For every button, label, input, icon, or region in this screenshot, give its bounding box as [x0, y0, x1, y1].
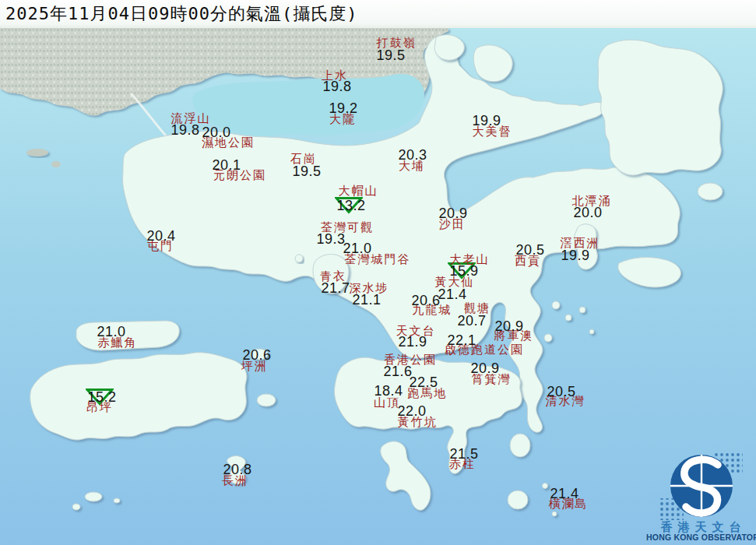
station-temperature-value: 21.4	[550, 486, 578, 502]
station-temperature-value: 13.2	[336, 198, 365, 214]
station-temperature-value: 19.8	[322, 79, 351, 95]
station-temperature-value: 20.4	[146, 228, 175, 244]
station-temperature-value: 20.1	[212, 157, 241, 174]
station-temperature-value: 20.9	[494, 318, 523, 335]
station-temperature-value: 20.6	[411, 293, 440, 309]
station-temperature-value: 21.1	[352, 292, 381, 308]
station-temperature-value: 20.5	[515, 242, 544, 258]
station-temperature-value: 18.4	[374, 383, 403, 399]
station-temperature-value: 19.5	[292, 164, 321, 180]
station-temperature-value: 21.7	[321, 280, 350, 297]
station-temperature-value: 22.5	[409, 374, 438, 391]
hko-logo-name-en: HONG KONG OBSERVATORY	[646, 533, 756, 542]
station-temperature-value: 22.0	[397, 403, 426, 420]
station-temperature-value: 20.5	[547, 384, 575, 400]
station-temperature-value: 21.0	[97, 324, 125, 340]
station-temperature-value: 20.9	[470, 360, 499, 377]
station-temperature-value: 19.8	[171, 122, 199, 139]
hko-temperature-map-screen: 2025年11月04日09時00分的氣溫(攝氏度) 打鼓嶺 19.5 上水 19…	[0, 0, 756, 545]
station-temperature-value: 21.9	[398, 334, 427, 350]
station-temperature-value: 20.6	[242, 347, 271, 364]
station-temperature-value: 19.9	[472, 113, 501, 129]
station-temperature-value: 21.5	[449, 446, 478, 462]
station-temperature-value: 20.0	[573, 205, 602, 221]
station-temperature-value: 20.3	[398, 147, 427, 164]
station-temperature-value: 19.9	[561, 248, 589, 264]
station-temperature-value: 19.3	[316, 231, 345, 248]
station-temperature-value: 20.7	[457, 313, 486, 329]
station-temperature-value: 21.4	[438, 287, 466, 303]
station-temperature-value: 20.0	[202, 125, 230, 141]
station-temperature-value: 21.6	[383, 364, 412, 380]
station-name-label: 大帽山	[339, 184, 378, 199]
station-temperature-value: 20.8	[223, 462, 251, 478]
stations-layer: 打鼓嶺 19.5 上水 19.8 大隴 19.2 流浮山 19.8 濕地公園 2…	[0, 0, 756, 545]
station-temperature-value: 19.2	[329, 100, 357, 117]
station-temperature-value: 20.9	[438, 206, 467, 222]
station-temperature-value: 19.5	[376, 47, 405, 64]
station-temperature-value: 15.2	[87, 389, 116, 406]
station-temperature-value: 21.0	[343, 241, 371, 257]
station-temperature-value: 22.1	[447, 332, 476, 349]
